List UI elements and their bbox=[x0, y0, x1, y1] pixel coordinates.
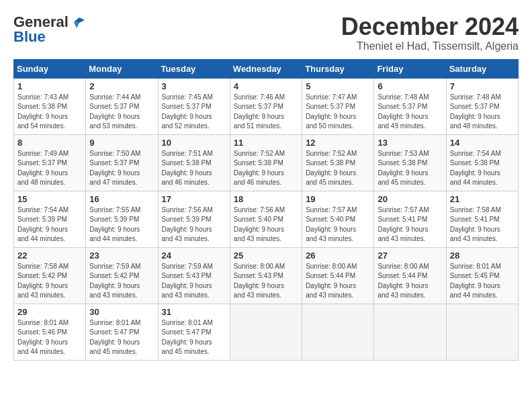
calendar-cell: 13Sunrise: 7:53 AMSunset: 5:38 PMDayligh… bbox=[374, 134, 446, 191]
day-detail: Sunrise: 7:49 AMSunset: 5:37 PMDaylight:… bbox=[17, 149, 82, 188]
header-row: SundayMondayTuesdayWednesdayThursdayFrid… bbox=[14, 59, 519, 78]
day-detail: Sunrise: 7:45 AMSunset: 5:37 PMDaylight:… bbox=[162, 93, 226, 132]
day-number: 31 bbox=[162, 307, 226, 317]
day-number: 18 bbox=[234, 194, 298, 204]
day-detail: Sunrise: 7:56 AMSunset: 5:40 PMDaylight:… bbox=[234, 205, 298, 244]
calendar-cell: 7Sunrise: 7:48 AMSunset: 5:37 PMDaylight… bbox=[446, 78, 518, 134]
day-number: 29 bbox=[17, 307, 82, 317]
day-number: 12 bbox=[306, 138, 370, 148]
calendar-cell: 25Sunrise: 8:00 AMSunset: 5:43 PMDayligh… bbox=[230, 247, 302, 304]
calendar-cell: 23Sunrise: 7:59 AMSunset: 5:42 PMDayligh… bbox=[86, 247, 158, 304]
weekday-header: Thursday bbox=[302, 59, 374, 78]
logo-blue: Blue bbox=[13, 28, 46, 46]
day-detail: Sunrise: 7:52 AMSunset: 5:38 PMDaylight:… bbox=[306, 149, 370, 188]
calendar-cell: 19Sunrise: 7:57 AMSunset: 5:40 PMDayligh… bbox=[302, 191, 374, 247]
calendar-table: SundayMondayTuesdayWednesdayThursdayFrid… bbox=[13, 59, 519, 361]
day-number: 3 bbox=[162, 81, 226, 91]
calendar-cell: 31Sunrise: 8:01 AMSunset: 5:47 PMDayligh… bbox=[158, 304, 230, 360]
calendar-week-row: 22Sunrise: 7:58 AMSunset: 5:42 PMDayligh… bbox=[14, 247, 519, 304]
day-number: 1 bbox=[17, 81, 82, 91]
day-number: 6 bbox=[378, 81, 442, 91]
svg-marker-0 bbox=[74, 17, 85, 23]
calendar-cell: 3Sunrise: 7:45 AMSunset: 5:37 PMDaylight… bbox=[158, 78, 230, 134]
day-number: 13 bbox=[378, 138, 442, 148]
month-title: December 2024 bbox=[341, 13, 519, 40]
day-number: 11 bbox=[234, 138, 298, 148]
day-detail: Sunrise: 7:58 AMSunset: 5:41 PMDaylight:… bbox=[450, 205, 515, 244]
calendar-cell: 11Sunrise: 7:52 AMSunset: 5:38 PMDayligh… bbox=[230, 134, 302, 191]
weekday-header: Saturday bbox=[446, 59, 518, 78]
weekday-header: Sunday bbox=[14, 59, 86, 78]
day-detail: Sunrise: 7:57 AMSunset: 5:41 PMDaylight:… bbox=[378, 205, 442, 244]
day-number: 20 bbox=[378, 194, 442, 204]
day-detail: Sunrise: 7:43 AMSunset: 5:38 PMDaylight:… bbox=[17, 93, 82, 132]
day-detail: Sunrise: 7:58 AMSunset: 5:42 PMDaylight:… bbox=[17, 262, 82, 301]
day-detail: Sunrise: 8:00 AMSunset: 5:44 PMDaylight:… bbox=[306, 262, 370, 301]
day-number: 5 bbox=[306, 81, 370, 91]
day-detail: Sunrise: 7:54 AMSunset: 5:39 PMDaylight:… bbox=[17, 205, 82, 244]
calendar-cell: 8Sunrise: 7:49 AMSunset: 5:37 PMDaylight… bbox=[14, 134, 86, 191]
calendar-cell: 22Sunrise: 7:58 AMSunset: 5:42 PMDayligh… bbox=[14, 247, 86, 304]
day-number: 2 bbox=[89, 81, 154, 91]
calendar-cell: 20Sunrise: 7:57 AMSunset: 5:41 PMDayligh… bbox=[374, 191, 446, 247]
day-number: 10 bbox=[162, 138, 226, 148]
calendar-cell bbox=[374, 304, 446, 360]
day-detail: Sunrise: 7:51 AMSunset: 5:38 PMDaylight:… bbox=[162, 149, 226, 188]
calendar-cell: 5Sunrise: 7:47 AMSunset: 5:37 PMDaylight… bbox=[302, 78, 374, 134]
calendar-cell: 28Sunrise: 8:01 AMSunset: 5:45 PMDayligh… bbox=[446, 247, 518, 304]
weekday-header: Monday bbox=[86, 59, 158, 78]
day-detail: Sunrise: 7:44 AMSunset: 5:37 PMDaylight:… bbox=[89, 93, 154, 132]
day-detail: Sunrise: 7:48 AMSunset: 5:37 PMDaylight:… bbox=[450, 93, 515, 132]
calendar-cell: 27Sunrise: 8:00 AMSunset: 5:44 PMDayligh… bbox=[374, 247, 446, 304]
day-detail: Sunrise: 7:52 AMSunset: 5:38 PMDaylight:… bbox=[234, 149, 298, 188]
day-detail: Sunrise: 7:50 AMSunset: 5:37 PMDaylight:… bbox=[89, 149, 154, 188]
calendar-cell: 30Sunrise: 8:01 AMSunset: 5:47 PMDayligh… bbox=[86, 304, 158, 360]
day-detail: Sunrise: 8:00 AMSunset: 5:44 PMDaylight:… bbox=[378, 262, 442, 301]
calendar-cell: 10Sunrise: 7:51 AMSunset: 5:38 PMDayligh… bbox=[158, 134, 230, 191]
calendar-cell bbox=[302, 304, 374, 360]
day-number: 22 bbox=[17, 250, 82, 261]
calendar-cell bbox=[446, 304, 518, 360]
logo: General Blue bbox=[13, 13, 85, 46]
day-number: 23 bbox=[89, 250, 154, 261]
logo-bird-icon bbox=[70, 16, 85, 28]
calendar-cell: 1Sunrise: 7:43 AMSunset: 5:38 PMDaylight… bbox=[14, 78, 86, 134]
calendar-cell: 12Sunrise: 7:52 AMSunset: 5:38 PMDayligh… bbox=[302, 134, 374, 191]
calendar-cell: 14Sunrise: 7:54 AMSunset: 5:38 PMDayligh… bbox=[446, 134, 518, 191]
day-number: 9 bbox=[89, 138, 154, 148]
day-detail: Sunrise: 7:55 AMSunset: 5:39 PMDaylight:… bbox=[89, 205, 154, 244]
day-detail: Sunrise: 7:48 AMSunset: 5:37 PMDaylight:… bbox=[378, 93, 442, 132]
day-number: 27 bbox=[378, 250, 442, 261]
day-number: 15 bbox=[17, 194, 82, 204]
calendar-cell: 26Sunrise: 8:00 AMSunset: 5:44 PMDayligh… bbox=[302, 247, 374, 304]
calendar-week-row: 29Sunrise: 8:01 AMSunset: 5:46 PMDayligh… bbox=[14, 304, 519, 360]
day-detail: Sunrise: 8:01 AMSunset: 5:45 PMDaylight:… bbox=[450, 262, 515, 301]
calendar-cell: 18Sunrise: 7:56 AMSunset: 5:40 PMDayligh… bbox=[230, 191, 302, 247]
calendar-week-row: 8Sunrise: 7:49 AMSunset: 5:37 PMDaylight… bbox=[14, 134, 519, 191]
day-number: 25 bbox=[234, 250, 298, 261]
day-detail: Sunrise: 8:00 AMSunset: 5:43 PMDaylight:… bbox=[234, 262, 298, 301]
day-detail: Sunrise: 8:01 AMSunset: 5:47 PMDaylight:… bbox=[89, 318, 154, 357]
day-detail: Sunrise: 7:53 AMSunset: 5:38 PMDaylight:… bbox=[378, 149, 442, 188]
day-number: 14 bbox=[450, 138, 515, 148]
calendar-week-row: 1Sunrise: 7:43 AMSunset: 5:38 PMDaylight… bbox=[14, 78, 519, 134]
day-number: 16 bbox=[89, 194, 154, 204]
weekday-header: Tuesday bbox=[158, 59, 230, 78]
day-number: 21 bbox=[450, 194, 515, 204]
day-number: 28 bbox=[450, 250, 515, 261]
day-detail: Sunrise: 7:57 AMSunset: 5:40 PMDaylight:… bbox=[306, 205, 370, 244]
calendar-cell: 9Sunrise: 7:50 AMSunset: 5:37 PMDaylight… bbox=[86, 134, 158, 191]
day-number: 26 bbox=[306, 250, 370, 261]
day-number: 30 bbox=[89, 307, 154, 317]
title-block: December 2024 Theniet el Had, Tissemsilt… bbox=[341, 13, 519, 52]
calendar-cell: 16Sunrise: 7:55 AMSunset: 5:39 PMDayligh… bbox=[86, 191, 158, 247]
calendar-cell: 15Sunrise: 7:54 AMSunset: 5:39 PMDayligh… bbox=[14, 191, 86, 247]
day-number: 4 bbox=[234, 81, 298, 91]
day-number: 19 bbox=[306, 194, 370, 204]
weekday-header: Friday bbox=[374, 59, 446, 78]
calendar-cell: 6Sunrise: 7:48 AMSunset: 5:37 PMDaylight… bbox=[374, 78, 446, 134]
location: Theniet el Had, Tissemsilt, Algeria bbox=[341, 40, 519, 52]
calendar-cell: 4Sunrise: 7:46 AMSunset: 5:37 PMDaylight… bbox=[230, 78, 302, 134]
day-number: 8 bbox=[17, 138, 82, 148]
day-detail: Sunrise: 7:56 AMSunset: 5:39 PMDaylight:… bbox=[162, 205, 226, 244]
